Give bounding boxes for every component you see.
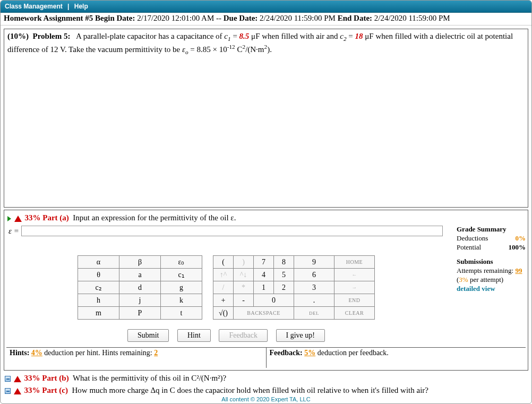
key-eps0[interactable]: ε₀	[161, 256, 202, 269]
feedback-cell: Feedback: 5% deduction per feedback.	[267, 348, 526, 368]
nav-class-management[interactable]: Class Management	[5, 3, 63, 10]
key-lparen[interactable]: (	[213, 256, 234, 269]
variable-keypad: αβε₀ θac₁ c₂dg hjk mPt	[78, 255, 202, 320]
key-h[interactable]: h	[78, 294, 119, 307]
key-backspace[interactable]: BACKSPACE	[234, 307, 294, 320]
collapse-icon[interactable]	[5, 388, 11, 394]
key-minus[interactable]: -	[234, 294, 254, 307]
detailed-view-link[interactable]: detailed view	[457, 285, 526, 294]
grade-summary-panel: Grade Summary Deductions0% Potential100%…	[457, 225, 526, 293]
key-c2[interactable]: c₂	[78, 281, 119, 294]
nav-separator: |	[67, 3, 69, 10]
key-9[interactable]: 9	[294, 256, 334, 269]
part-a-container: 33% Part (a) Input an expression for the…	[4, 210, 528, 371]
part-c-row[interactable]: 33% Part (c) How much more charge Δq in …	[4, 386, 528, 395]
key-home[interactable]: HOME	[334, 256, 375, 269]
key-k[interactable]: k	[161, 294, 202, 307]
submissions-header: Submissions	[457, 257, 526, 267]
grade-summary-header: Grade Summary	[457, 225, 526, 234]
problem-box: (10%) Problem 5: A parallel-plate capaci…	[4, 29, 528, 208]
key-2[interactable]: 2	[274, 281, 294, 294]
key-1[interactable]: 1	[254, 281, 274, 294]
warning-icon	[14, 376, 21, 382]
key-j[interactable]: j	[119, 294, 161, 307]
key-alpha[interactable]: α	[78, 256, 119, 269]
key-t[interactable]: t	[161, 307, 202, 320]
giveup-button[interactable]: I give up!	[276, 329, 325, 342]
part-a-header: 33% Part (a) Input an expression for the…	[6, 212, 526, 226]
key-4[interactable]: 4	[254, 269, 274, 281]
keypad-area: αβε₀ θac₁ c₂dg hjk mPt ( ) 7 8 9	[6, 255, 446, 320]
hints-feedback-row: Hints: 4% deduction per hint. Hints rema…	[6, 347, 526, 368]
warning-icon	[14, 216, 22, 222]
key-7[interactable]: 7	[254, 256, 274, 269]
warning-icon	[14, 388, 21, 394]
key-c1[interactable]: c₁	[161, 269, 202, 281]
feedback-button[interactable]: Feedback	[219, 329, 268, 342]
footer-copyright: All content © 2020 Expert TA, LLC	[1, 396, 531, 402]
key-5[interactable]: 5	[274, 269, 294, 281]
nav-help[interactable]: Help	[74, 3, 88, 10]
key-theta[interactable]: θ	[78, 269, 119, 281]
problem-statement: (10%) Problem 5: A parallel-plate capaci…	[7, 31, 525, 56]
key-m[interactable]: m	[78, 307, 119, 320]
collapse-icon[interactable]	[5, 376, 11, 382]
key-plus[interactable]: +	[213, 294, 234, 307]
key-3[interactable]: 3	[294, 281, 334, 294]
key-beta[interactable]: β	[119, 256, 161, 269]
assignment-title: Homework Assignment #5	[4, 14, 93, 22]
key-end[interactable]: END	[334, 294, 375, 307]
key-div[interactable]: /	[213, 281, 234, 294]
key-g[interactable]: g	[161, 281, 202, 294]
key-clear[interactable]: CLEAR	[334, 307, 375, 320]
key-6[interactable]: 6	[294, 269, 334, 281]
action-row: Submit Hint Feedback I give up!	[6, 329, 446, 342]
key-down[interactable]: ^↓	[234, 269, 254, 281]
answer-input[interactable]	[21, 226, 443, 236]
numeric-keypad: ( ) 7 8 9 HOME ↑^ ^↓ 4 5 6	[213, 255, 375, 320]
key-del[interactable]: DEL	[294, 307, 334, 320]
key-sqrt[interactable]: √()	[213, 307, 234, 320]
part-b-row[interactable]: 33% Part (b) What is the permittivity of…	[4, 374, 528, 383]
key-right[interactable]: →	[334, 281, 375, 294]
key-left[interactable]: ←	[334, 269, 375, 281]
top-bar: Class Management | Help	[1, 1, 531, 13]
key-8[interactable]: 8	[274, 256, 294, 269]
assignment-header: Homework Assignment #5 Begin Date: 2/17/…	[1, 13, 531, 25]
key-mul[interactable]: *	[234, 281, 254, 294]
key-d[interactable]: d	[119, 281, 161, 294]
hint-button[interactable]: Hint	[177, 329, 211, 342]
submit-button[interactable]: Submit	[127, 329, 169, 342]
key-up[interactable]: ↑^	[213, 269, 234, 281]
hints-cell: Hints: 4% deduction per hint. Hints rema…	[6, 348, 267, 368]
key-rparen[interactable]: )	[234, 256, 254, 269]
answer-lhs: ε =	[8, 227, 19, 236]
key-0[interactable]: 0	[254, 294, 294, 307]
key-p[interactable]: P	[119, 307, 161, 320]
expand-icon[interactable]	[7, 216, 11, 221]
key-dot[interactable]: .	[294, 294, 334, 307]
key-a[interactable]: a	[119, 269, 161, 281]
